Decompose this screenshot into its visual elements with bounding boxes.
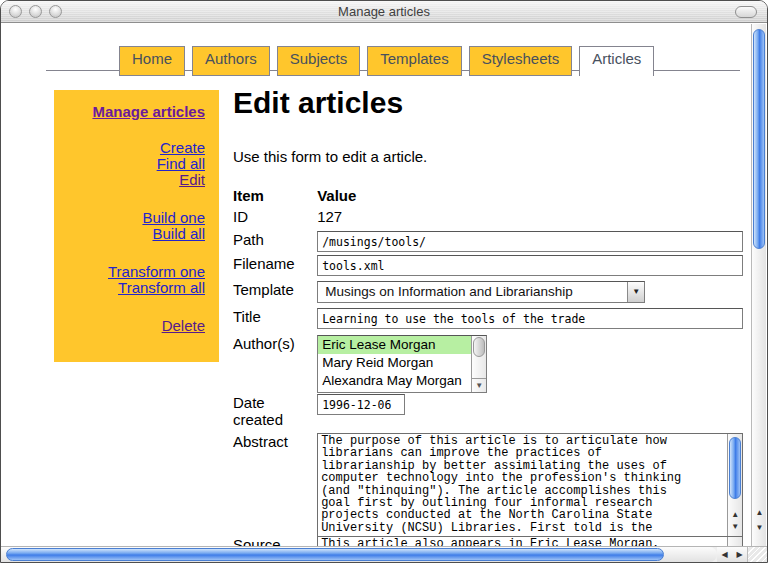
abstract-label: Abstract (233, 433, 313, 450)
scroll-down-icon[interactable]: ▼ (752, 521, 767, 535)
minimize-button[interactable] (29, 5, 42, 18)
id-value: 127 (317, 208, 743, 225)
table-row-filename: Filename (233, 255, 745, 276)
authors-scrollbar[interactable]: ▼ (471, 336, 486, 392)
arrow-down-icon[interactable]: ▼ (472, 378, 486, 392)
table-row-template: Template Musings on Information and Libr… (233, 281, 745, 303)
authors-label: Author(s) (233, 335, 313, 352)
title-bar: Manage articles (1, 1, 767, 23)
horizontal-scrollbar[interactable]: ◀ ▶ (1, 546, 767, 562)
sidebar-group-delete: Delete (64, 318, 205, 334)
window-title: Manage articles (81, 4, 687, 19)
tab-bar: Home Authors Subjects Templates Styleshe… (119, 46, 661, 76)
tab-articles[interactable]: Articles (579, 46, 654, 76)
toolbar-toggle-button[interactable] (735, 6, 757, 18)
abstract-textarea[interactable]: The purpose of this article is to articu… (317, 433, 743, 537)
sidebar: Manage articles Create Find all Edit Bui… (54, 90, 219, 362)
title-label: Title (233, 308, 313, 325)
template-selected-value: Musings on Information and Librarianship (325, 284, 573, 299)
sidebar-link-edit[interactable]: Edit (64, 172, 205, 188)
page-title: Edit articles (233, 86, 403, 120)
resize-grip[interactable] (747, 547, 767, 562)
horizontal-scrollbar-track[interactable] (1, 547, 717, 562)
sidebar-link-build-one[interactable]: Build one (64, 210, 205, 226)
tab-subjects[interactable]: Subjects (277, 46, 361, 76)
item-column-header: Item (233, 187, 313, 204)
tab-home[interactable]: Home (119, 46, 185, 76)
sidebar-link-build-all[interactable]: Build all (64, 226, 205, 242)
zoom-button[interactable] (49, 5, 62, 18)
authors-listbox[interactable]: Eric Lease Morgan Mary Reid Morgan Alexa… (317, 335, 487, 393)
horizontal-scrollbar-thumb[interactable] (6, 548, 664, 561)
arrow-up-icon[interactable]: ▲ (728, 509, 742, 521)
abstract-scrollbar[interactable]: ▲ ▼ (727, 434, 742, 536)
value-column-header: Value (317, 187, 743, 204)
sidebar-link-manage-articles[interactable]: Manage articles (64, 104, 205, 120)
close-button[interactable] (9, 5, 22, 18)
title-input[interactable] (317, 308, 743, 329)
sidebar-group-crud: Create Find all Edit (64, 140, 205, 188)
authors-option[interactable]: Eric Lease Morgan (318, 336, 486, 354)
sidebar-link-delete[interactable]: Delete (64, 318, 205, 334)
browser-window: Manage articles Home Authors Subjects Te… (0, 0, 768, 563)
filename-input[interactable] (317, 255, 743, 276)
arrow-down-icon[interactable]: ▼ (728, 521, 742, 533)
chevron-down-icon[interactable]: ▼ (627, 282, 644, 302)
id-label: ID (233, 208, 313, 225)
date-created-label: Date created (233, 394, 313, 428)
table-row-authors: Author(s) Eric Lease Morgan Mary Reid Mo… (233, 335, 745, 393)
path-label: Path (233, 231, 313, 248)
vertical-scrollbar-thumb[interactable] (753, 29, 765, 249)
scroll-up-icon[interactable]: ▲ (752, 506, 767, 520)
scroll-right-icon[interactable]: ▶ (732, 547, 747, 562)
scroll-left-icon[interactable]: ◀ (717, 547, 732, 562)
sidebar-group-transform: Transform one Transform all (64, 264, 205, 296)
table-row-path: Path (233, 231, 745, 252)
sidebar-link-transform-one[interactable]: Transform one (64, 264, 205, 280)
table-row-id: ID 127 (233, 208, 745, 225)
abstract-scrollbar-thumb[interactable] (729, 437, 741, 499)
table-row-title: Title (233, 308, 745, 329)
sidebar-group-build: Build one Build all (64, 210, 205, 242)
date-created-input[interactable] (317, 394, 405, 415)
path-input[interactable] (317, 231, 743, 252)
authors-option[interactable]: Alexandra May Morgan (318, 372, 486, 390)
vertical-scrollbar[interactable]: ▲ ▼ (751, 24, 766, 548)
table-row-abstract: Abstract The purpose of this article is … (233, 433, 745, 537)
page-content: Home Authors Subjects Templates Styleshe… (1, 24, 752, 548)
table-row-date-created: Date created (233, 394, 745, 428)
tab-authors[interactable]: Authors (192, 46, 270, 76)
authors-option[interactable]: Mary Reid Morgan (318, 354, 486, 372)
sidebar-link-create[interactable]: Create (64, 140, 205, 156)
tab-stylesheets[interactable]: Stylesheets (469, 46, 573, 76)
sidebar-link-find-all[interactable]: Find all (64, 156, 205, 172)
filename-label: Filename (233, 255, 313, 272)
template-label: Template (233, 281, 313, 298)
template-select[interactable]: Musings on Information and Librarianship… (317, 281, 645, 303)
intro-text: Use this form to edit a article. (233, 148, 427, 165)
abstract-text: The purpose of this article is to articu… (321, 435, 725, 536)
sidebar-link-transform-all[interactable]: Transform all (64, 280, 205, 296)
tab-templates[interactable]: Templates (367, 46, 461, 76)
table-header-row: Item Value (233, 187, 745, 204)
authors-scrollbar-thumb[interactable] (473, 337, 485, 357)
